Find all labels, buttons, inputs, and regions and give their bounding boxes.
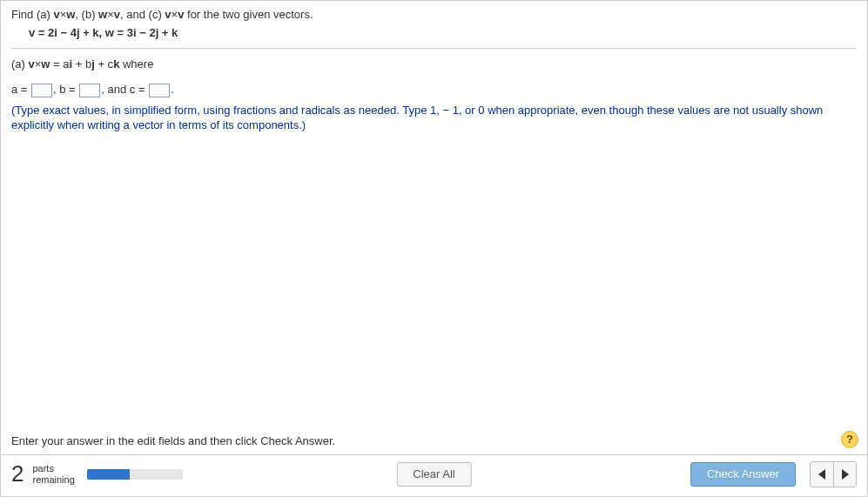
text: , and (c) (120, 8, 165, 21)
help-icon[interactable]: ? (841, 431, 858, 448)
instruction-text: Enter your answer in the edit fields and… (11, 434, 335, 447)
check-answer-button[interactable]: Check Answer (690, 462, 796, 487)
input-a[interactable] (31, 84, 52, 97)
c-label: c = (130, 83, 148, 96)
vector-w: w (66, 8, 75, 21)
vectors-definition: v = 2i − 4j + k, w = 3i − 2j + k (29, 26, 857, 39)
answer-inputs-line: a = , b = , and c = . (11, 83, 857, 97)
text: + b (72, 57, 91, 71)
prev-button[interactable] (811, 462, 833, 487)
text: + c (95, 57, 113, 71)
text: Find (a) (11, 8, 53, 21)
label-line1: parts (32, 463, 74, 473)
label-line2: remaining (32, 474, 74, 485)
vector-v: v (114, 8, 120, 21)
times-symbol: × (107, 8, 114, 21)
answer-hint: (Type exact values, in simplified form, … (11, 103, 857, 133)
part-label: (a) (11, 57, 29, 71)
a-label: a = (11, 83, 30, 96)
nav-group (810, 461, 857, 487)
text: for the two given vectors. (184, 8, 313, 21)
parts-remaining-label: parts remaining (32, 463, 74, 484)
clear-all-button[interactable]: Clear All (396, 462, 471, 487)
vector-w: w (41, 57, 50, 71)
part-a-line: (a) v×w = ai + bj + ck where (11, 57, 857, 71)
progress-bar (87, 469, 183, 480)
parts-remaining-count: 2 (11, 460, 24, 487)
footer-bar: 2 parts remaining Clear All Check Answer (1, 455, 867, 496)
question-content: Find (a) v×w, (b) w×v, and (c) v×v for t… (1, 1, 867, 429)
text: = a (50, 57, 69, 71)
progress-fill (87, 469, 131, 480)
chevron-left-icon (818, 469, 825, 480)
next-button[interactable] (833, 462, 856, 487)
app-frame: Find (a) v×w, (b) w×v, and (c) v×v for t… (0, 0, 868, 497)
footer-instruction-bar: Enter your answer in the edit fields and… (1, 429, 867, 454)
vector-v: v (29, 57, 35, 71)
input-b[interactable] (79, 84, 100, 97)
vector-v: v (53, 8, 59, 21)
question-intro: Find (a) v×w, (b) w×v, and (c) v×v for t… (11, 8, 857, 21)
vector-w: w (98, 8, 107, 21)
text: , (b) (75, 8, 98, 21)
separator: , and (101, 83, 130, 96)
input-c[interactable] (149, 84, 170, 97)
period: . (171, 83, 174, 96)
text: where (119, 57, 153, 71)
section-divider (11, 48, 857, 49)
chevron-right-icon (842, 469, 849, 480)
b-label: b = (59, 83, 78, 96)
vector-v: v (165, 8, 171, 21)
